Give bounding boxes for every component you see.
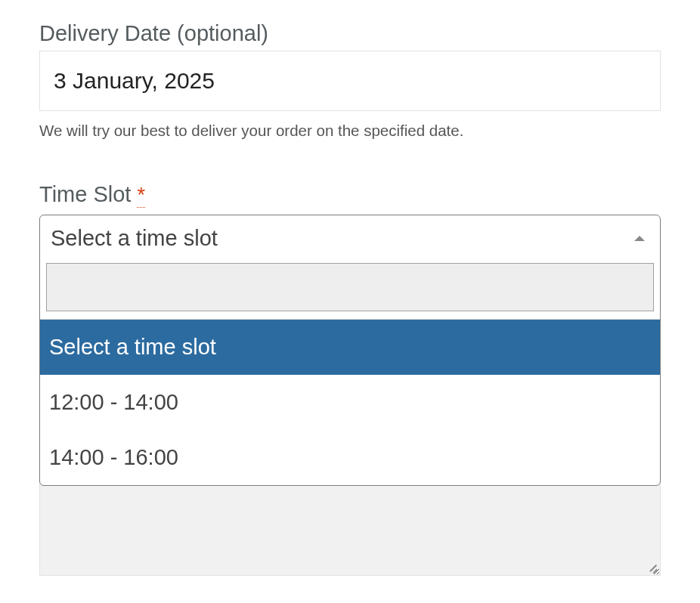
time-slot-label-text: Time Slot — [39, 182, 131, 206]
delivery-date-field-wrapper — [39, 51, 661, 111]
time-slot-options: Select a time slot 12:00 - 14:00 14:00 -… — [40, 319, 660, 485]
time-slot-dropdown[interactable]: Select a time slot Select a time slot 12… — [39, 215, 661, 486]
time-slot-display[interactable]: Select a time slot — [40, 215, 660, 258]
chevron-up-icon — [634, 236, 645, 241]
required-asterisk-icon: * — [137, 184, 145, 208]
delivery-date-helper: We will try our best to deliver your ord… — [39, 122, 661, 140]
time-slot-select[interactable]: Select a time slot Select a time slot 12… — [39, 215, 661, 486]
resize-handle-icon — [645, 560, 657, 572]
time-slot-search-row — [40, 258, 660, 319]
time-slot-search-input[interactable] — [46, 263, 654, 311]
time-slot-option-2[interactable]: 14:00 - 16:00 — [40, 430, 660, 485]
time-slot-option-placeholder[interactable]: Select a time slot — [40, 320, 660, 375]
delivery-date-input[interactable] — [39, 51, 661, 111]
time-slot-display-text: Select a time slot — [51, 226, 218, 251]
delivery-date-label: Delivery Date (optional) — [39, 21, 661, 46]
time-slot-label: Time Slot * — [39, 182, 661, 207]
time-slot-option-1[interactable]: 12:00 - 14:00 — [40, 375, 660, 430]
